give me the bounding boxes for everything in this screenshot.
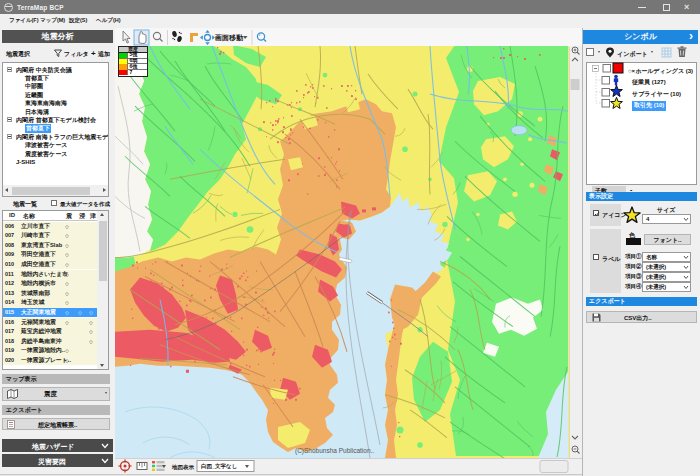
svg-text:白図_文字なし: 白図_文字なし bbox=[201, 463, 237, 470]
svg-text:画面移動: 画面移動 bbox=[214, 34, 243, 42]
svg-text:地図表示: 地図表示 bbox=[171, 464, 195, 471]
